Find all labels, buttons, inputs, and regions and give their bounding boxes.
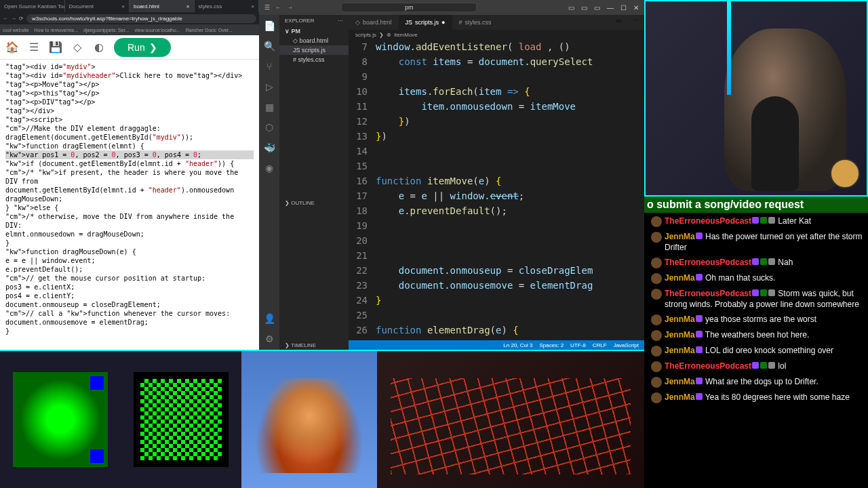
debug-icon[interactable]: ▷ [266,81,273,92]
chat-message: TheErroneousPodcast Storm was quick, but… [651,288,868,310]
accent-bar [727,0,731,95]
browser-tab[interactable]: board.html× [130,0,195,12]
chat-avatar [651,346,662,357]
editor-tab[interactable]: JS scripts.js ● [399,15,452,30]
explorer-heading: EXPLORER⋯ [279,15,349,26]
badge-icon [768,258,775,265]
nav-fwd-icon[interactable]: → [287,4,293,11]
language-mode[interactable]: JavaScript [614,342,639,348]
editor-tab[interactable]: # styles.css [452,15,498,30]
w3-code-editor[interactable]: "tag"><div id="mydiv"> "tag"><div id="my… [0,60,259,350]
chat-username[interactable]: JennMa [665,377,695,386]
command-palette[interactable]: pm [341,3,477,12]
editor-tab[interactable]: ◇ board.html [349,15,399,30]
search-icon[interactable]: 🔍 [264,41,275,52]
vscode-window: ☰ ← → pm ▭ ▭ ▭ — ☐ ✕ 📄 🔍 ⑂ ▷ ▦ ⬡ 🐳 ◉ 👤 ⚙… [259,0,644,350]
remote-icon[interactable]: ⬡ [265,122,273,133]
chat-username[interactable]: JennMa [665,273,695,283]
forward-icon[interactable]: → [11,16,16,22]
cursor-position[interactable]: Ln 20, Col 3 [503,342,532,348]
file-item[interactable]: JS scripts.js [279,45,349,55]
bookmark[interactable]: Rancher Docs: Over... [186,28,233,33]
file-item[interactable]: # styles.css [279,55,349,64]
vscode-menu-icon[interactable]: ☰ [264,4,270,11]
chat-avatar [651,289,662,300]
encoding-status[interactable]: UTF-8 [570,342,586,348]
outline-section[interactable]: ❯ OUTLINE [279,199,349,207]
close-icon[interactable]: × [251,3,254,9]
line-gutter: 7891011121314151617181920212223242526 [349,39,376,340]
badge-icon [752,289,759,296]
chat-text: What are the dogs up to Drifter. [703,377,818,386]
menu-icon[interactable]: ☰ [27,41,41,54]
browser-tab[interactable]: Document× [65,0,130,12]
chat-text: yea those storms are the worst [703,314,816,324]
gear-icon[interactable]: ⚙ [265,333,274,344]
badge-icon [752,258,759,265]
browser-tabbar: Open Source Kanban Too× Document× board.… [0,0,259,12]
chat-avatar [651,258,662,268]
code-content[interactable]: window.addEventListener( load , () const… [376,39,644,340]
file-item[interactable]: ◇ board.html [279,36,349,45]
chat-username[interactable]: TheErroneousPodcast [665,289,751,298]
chat-message: JennMa LOL did oreo knock something over [651,345,868,357]
bookmark[interactable]: djangosnippets: Ser... [83,28,129,33]
layout-icon[interactable]: ▭ [581,4,587,12]
bookmark[interactable]: How to remove/res... [35,28,79,33]
chat-message: JennMa Has the power turned on yet after… [651,231,868,253]
close-icon[interactable]: × [186,3,190,9]
status-bar: Ln 20, Col 3 Spaces: 2 UTF-8 CRLF JavaSc… [349,340,644,350]
eol-status[interactable]: CRLF [593,342,607,348]
chat-username[interactable]: JennMa [665,392,695,402]
more-icon[interactable]: ⋯ [627,15,644,30]
extensions-icon[interactable]: ▦ [265,102,274,113]
layout-icon[interactable]: ▭ [594,4,600,12]
testing-icon[interactable]: ◉ [265,163,273,174]
chat-username[interactable]: JennMa [665,232,695,241]
home-icon[interactable]: 🏠 [5,41,19,54]
code-editor[interactable]: 7891011121314151617181920212223242526 wi… [349,39,644,340]
chat-username[interactable]: JennMa [665,314,695,324]
explorer-icon[interactable]: 📄 [264,20,275,31]
badge-icon [696,393,703,400]
rotate-icon[interactable]: ◇ [71,41,84,54]
reload-icon[interactable]: ⟳ [19,16,24,22]
chat-username[interactable]: TheErroneousPodcast [665,361,751,371]
account-icon[interactable]: 👤 [264,313,275,324]
chat-avatar [651,377,662,388]
timeline-section[interactable]: ❯ TIMELINE [279,341,349,350]
chat-message: JennMa What are the dogs up to Drifter. [651,376,868,388]
microphone [751,96,799,191]
chat-username[interactable]: JennMa [665,330,695,340]
maximize-icon[interactable]: ☐ [620,4,627,12]
browser-tab[interactable]: styles.css× [195,0,260,12]
git-icon[interactable]: ⑂ [267,61,272,72]
docker-icon[interactable]: 🐳 [264,142,275,153]
layout-icon[interactable]: ▭ [568,4,574,12]
chat-username[interactable]: TheErroneousPodcast [665,216,751,226]
anime-panel [241,351,377,488]
badge-icon [768,217,775,224]
chat-username[interactable]: JennMa [665,346,695,355]
minimize-icon[interactable]: — [607,4,614,12]
bookmark[interactable]: view-source:localho... [134,28,180,33]
browser-tab[interactable]: Open Source Kanban Too× [0,0,65,12]
run-button[interactable]: Run❯ [114,38,171,57]
bookmark[interactable]: cool website [3,28,29,33]
close-icon[interactable]: × [121,3,125,9]
close-icon[interactable]: ✕ [633,4,639,12]
folder-root[interactable]: ∨ PM [279,26,349,36]
breadcrumb[interactable]: scripts.js ❯ ⊕ itemMove [349,30,644,39]
chat-message: JennMa The weathers been hot here. [651,329,868,341]
chat-username[interactable]: TheErroneousPodcast [665,258,751,267]
url-input[interactable]: w3schools.com/howto/tryit.asp?filename=t… [26,14,256,23]
avatar-badge [830,159,860,188]
theme-icon[interactable]: ◐ [92,41,106,54]
chat-text: Yea its 80 degrees here with some haze [703,392,850,402]
split-icon[interactable]: ▭ [610,15,627,30]
nav-back-icon[interactable]: ← [275,4,281,11]
more-icon[interactable]: ⋯ [338,18,343,24]
save-icon[interactable]: 💾 [49,41,62,54]
indent-status[interactable]: Spaces: 2 [540,342,564,348]
back-icon[interactable]: ← [3,16,8,22]
